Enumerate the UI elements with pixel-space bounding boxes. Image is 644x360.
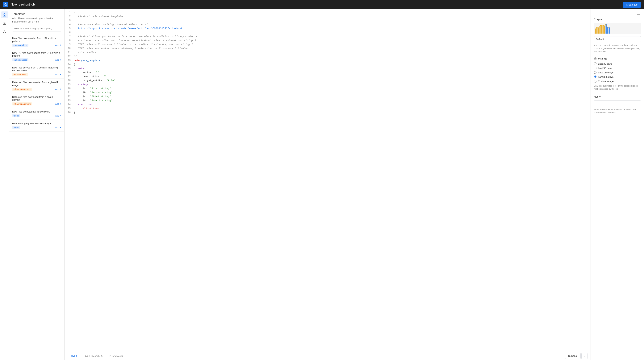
template-tag: feeds — [12, 126, 20, 129]
code-line: 21 $b = "Second string" — [64, 91, 590, 95]
notify-desc: When job finishes an email will be sent … — [594, 108, 641, 114]
time-range-30-radio[interactable] — [594, 62, 596, 65]
line-number: 5 — [64, 27, 74, 31]
code-line: 22 $c = "Third string" — [64, 95, 590, 99]
time-range-custom-radio[interactable] — [594, 80, 596, 82]
template-tag: infra-management — [12, 88, 32, 91]
template-item-footer: feeds Add + — [12, 126, 61, 129]
time-range-365-label: Last 365 days — [598, 75, 614, 78]
line-content: meta: — [74, 67, 590, 71]
code-line: 16 author = "" — [64, 71, 590, 75]
template-item-footer: infra-management Add + — [12, 102, 61, 105]
time-range-180[interactable]: Last 180 days — [594, 71, 641, 74]
template-add-button[interactable]: Add + — [55, 88, 61, 91]
template-add-button[interactable]: Add + — [55, 114, 61, 117]
time-range-180-radio[interactable] — [594, 71, 596, 74]
template-item[interactable]: New files downloaded from URLs with a pa… — [9, 34, 64, 49]
line-number: 4 — [64, 23, 74, 27]
templates-filter-input[interactable] — [12, 26, 61, 31]
line-number: 7 — [64, 35, 74, 39]
template-item[interactable]: Detected files downloaded from a given I… — [9, 78, 64, 93]
svg-rect-14 — [600, 26, 601, 33]
code-line: 26} — [64, 111, 590, 115]
minimize-button[interactable]: — — [636, 12, 641, 16]
line-content: Learn more about writing Livehunt YARA r… — [74, 23, 590, 27]
code-line: 2 Livehunt YARA ruleset template — [64, 15, 590, 19]
template-add-button[interactable]: Add + — [55, 126, 61, 129]
tab-problems[interactable]: PROBLEMS — [106, 352, 126, 360]
templates-panel: Templates Add different templates to you… — [9, 9, 64, 360]
line-content: A ruleset is a collection of one or more… — [74, 39, 590, 43]
line-number: 21 — [64, 91, 74, 95]
line-content: author = "" — [74, 71, 590, 75]
chevron-down-icon-button[interactable] — [582, 353, 588, 359]
line-content: https://support.virustotal.com/hc/en-us/… — [74, 27, 590, 31]
list-icon-button[interactable] — [1, 20, 8, 27]
svg-line-8 — [4, 31, 4, 32]
code-line: 11 rule credits. — [64, 51, 590, 55]
code-line: 4 Learn more about writing Livehunt YARA… — [64, 23, 590, 27]
line-content: /* — [74, 11, 590, 15]
template-item[interactable]: New files served from a domain matching … — [9, 64, 64, 78]
line-number: 3 — [64, 19, 74, 23]
template-add-button[interactable]: Add + — [55, 44, 61, 46]
virustotal-logo — [3, 2, 8, 7]
template-tag: infra-management — [12, 102, 32, 105]
line-content: YARA rules will consume 3 Livehunt rule … — [74, 43, 590, 47]
template-item[interactable]: Detected files download from a given dom… — [9, 93, 64, 108]
svg-rect-0 — [4, 15, 5, 16]
line-content: YARA rules and another one containing 3 … — [74, 47, 590, 51]
time-range-90-radio[interactable] — [594, 67, 596, 69]
template-item[interactable]: Files belonging to malware family X feed… — [9, 120, 64, 132]
corpus-preview-chart — [594, 23, 641, 34]
line-number: 23 — [64, 99, 74, 103]
run-test-button[interactable]: Run test — [565, 353, 581, 359]
line-content: rule yara_template — [74, 59, 590, 63]
template-add-button[interactable]: Add + — [55, 73, 61, 76]
template-item[interactable]: New files detected as ransomware feeds A… — [9, 108, 64, 120]
line-content: strings: — [74, 83, 590, 87]
template-item-footer: infra-management Add + — [12, 88, 61, 91]
template-add-button[interactable]: Add + — [55, 103, 61, 105]
time-range-options: Last 30 days Last 90 days Last 180 days … — [594, 62, 641, 83]
code-line: 7 Livehunt allows you to match file repo… — [64, 35, 590, 39]
time-range-custom[interactable]: Custom range — [594, 80, 641, 83]
time-range-30[interactable]: Last 30 days — [594, 62, 641, 65]
time-range-90[interactable]: Last 90 days — [594, 67, 641, 70]
corpus-default-input[interactable] — [594, 36, 641, 42]
template-add-button[interactable]: Add + — [55, 58, 61, 61]
line-content: condition: — [74, 103, 590, 107]
line-number: 24 — [64, 103, 74, 107]
code-editor[interactable]: 1/*2 Livehunt YARA ruleset template34 Le… — [64, 9, 590, 352]
line-content: } — [74, 111, 590, 115]
code-line: 3 — [64, 19, 590, 23]
templates-desc: Add different templates to your ruleset … — [12, 16, 61, 23]
create-job-button[interactable]: Create job — [622, 2, 641, 8]
time-range-365-radio[interactable] — [594, 75, 596, 78]
time-range-section-title: Time range — [594, 57, 641, 60]
network-icon-button[interactable] — [1, 28, 8, 35]
topbar: New retrohunt job Create job — [0, 0, 644, 9]
code-line: 19 strings: — [64, 83, 590, 87]
code-line: 13rule yara_template — [64, 59, 590, 63]
template-item[interactable]: New PE files downloaded from URLs with a… — [9, 49, 64, 64]
notify-email-input[interactable] — [594, 100, 641, 106]
code-line: 6 — [64, 31, 590, 35]
line-content: target_entity = "file" — [74, 79, 590, 83]
code-line: 9 YARA rules will consume 3 Livehunt rul… — [64, 43, 590, 47]
tab-test[interactable]: TEST — [68, 352, 80, 360]
line-number: 25 — [64, 107, 74, 111]
templates-title: Templates — [12, 12, 61, 15]
line-content: Livehunt YARA ruleset template — [74, 15, 590, 19]
code-line: 23 $d = "Fourth string" — [64, 99, 590, 103]
tab-test-results[interactable]: TEST RESULTS — [80, 352, 106, 360]
template-tag: malware-infra — [12, 73, 28, 76]
time-range-365[interactable]: Last 365 days — [594, 75, 641, 78]
home-icon-button[interactable] — [1, 11, 8, 18]
template-item-title: New files served from a domain matching … — [12, 66, 61, 72]
line-number: 6 — [64, 31, 74, 35]
line-content: Livehunt allows you to match file report… — [74, 35, 590, 39]
template-item-title: Files belonging to malware family X — [12, 122, 61, 125]
line-content: rule credits. — [74, 51, 590, 55]
svg-rect-12 — [596, 27, 598, 33]
